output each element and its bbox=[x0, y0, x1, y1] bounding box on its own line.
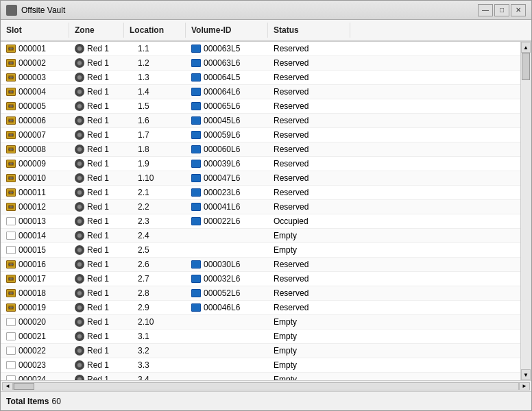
slot-cell: 000014 bbox=[1, 229, 69, 242]
horizontal-scrollbar[interactable]: ◄ ► bbox=[1, 380, 531, 391]
volume-icon bbox=[191, 275, 201, 283]
extra-cell bbox=[350, 344, 520, 358]
table-row[interactable]: 000012Red 12.2000041L6Reserved bbox=[1, 200, 520, 214]
table-row[interactable]: 000022Red 13.2Empty bbox=[1, 344, 520, 358]
svg-rect-74 bbox=[9, 292, 13, 294]
scroll-thumb[interactable] bbox=[522, 53, 530, 80]
app-icon bbox=[6, 5, 17, 16]
status-badge: Reserved bbox=[274, 116, 309, 125]
col-header-volume-id[interactable]: Volume-ID bbox=[186, 23, 268, 38]
col-header-location[interactable]: Location bbox=[124, 23, 186, 38]
col-header-status[interactable]: Status bbox=[268, 23, 350, 38]
scroll-left-button[interactable]: ◄ bbox=[2, 382, 13, 390]
table-row[interactable]: 000003Red 11.3000064L5Reserved bbox=[1, 71, 520, 85]
status-badge: Reserved bbox=[274, 188, 309, 197]
location-cell: 2.5 bbox=[124, 243, 186, 257]
svg-rect-54 bbox=[9, 192, 13, 193]
slot-number: 000001 bbox=[19, 44, 46, 53]
table-row[interactable]: 000010Red 11.10000047L6Reserved bbox=[1, 171, 520, 186]
table-row[interactable]: 000017Red 12.7000032L6Reserved bbox=[1, 272, 520, 286]
total-items-label: Total Items bbox=[6, 397, 49, 406]
zone-cell: Red 1 bbox=[69, 315, 124, 329]
table-row[interactable]: 000023Red 13.3Empty bbox=[1, 358, 520, 373]
table-row[interactable]: 000021Red 13.1Empty bbox=[1, 329, 520, 344]
table-row[interactable]: 000013Red 12.3000022L6Occupied bbox=[1, 214, 520, 229]
slot-cell: 000022 bbox=[1, 344, 69, 358]
zone-icon bbox=[75, 44, 84, 53]
minimize-button[interactable]: — bbox=[478, 4, 493, 16]
zone-icon bbox=[75, 73, 84, 82]
volume-icon bbox=[191, 131, 201, 139]
table-row[interactable]: 000001Red 11.1000063L5Reserved bbox=[1, 42, 520, 56]
col-header-zone[interactable]: Zone bbox=[69, 23, 124, 38]
extra-cell bbox=[350, 99, 520, 113]
volume-id-text: 000032L6 bbox=[204, 274, 240, 284]
close-button[interactable]: ✕ bbox=[511, 4, 526, 16]
scroll-track[interactable] bbox=[521, 53, 531, 369]
table-row[interactable]: 000018Red 12.8000052L6Reserved bbox=[1, 286, 520, 301]
zone-icon bbox=[75, 173, 84, 183]
vertical-scrollbar[interactable]: ▲ ▼ bbox=[520, 42, 531, 380]
zone-cell: Red 1 bbox=[69, 243, 124, 257]
location-cell: 3.1 bbox=[124, 329, 186, 343]
h-scroll-thumb[interactable] bbox=[14, 383, 34, 390]
zone-cell: Red 1 bbox=[69, 157, 124, 171]
status-cell: Reserved bbox=[268, 56, 350, 70]
status-badge: Reserved bbox=[274, 73, 309, 82]
volume-id-text: 000030L6 bbox=[204, 260, 240, 269]
table-row[interactable]: 000011Red 12.1000023L6Reserved bbox=[1, 186, 520, 200]
tape-icon bbox=[6, 203, 16, 211]
tape-icon bbox=[6, 59, 16, 67]
extra-cell bbox=[350, 42, 520, 55]
table-scroll-area[interactable]: 000001Red 11.1000063L5Reserved000002Red … bbox=[1, 42, 520, 380]
table-row[interactable]: 000007Red 11.7000059L6Reserved bbox=[1, 128, 520, 142]
table-row[interactable]: 000024Red 13.4Empty bbox=[1, 373, 520, 380]
table-row[interactable]: 000020Red 12.10Empty bbox=[1, 315, 520, 329]
volume-id-text: 000022L6 bbox=[204, 216, 240, 226]
zone-name: Red 1 bbox=[87, 360, 109, 370]
table-row[interactable]: 000009Red 11.9000039L6Reserved bbox=[1, 157, 520, 171]
volume-id-cell: 000052L6 bbox=[186, 286, 268, 300]
zone-icon bbox=[75, 188, 84, 197]
slot-cell: 000003 bbox=[1, 71, 69, 84]
slot-cell: 000023 bbox=[1, 358, 69, 372]
scroll-up-button[interactable]: ▲ bbox=[521, 42, 531, 53]
table-row[interactable]: 000019Red 12.9000046L6Reserved bbox=[1, 301, 520, 315]
content-area: Slot Zone Location Volume-ID Status 0000… bbox=[1, 20, 531, 410]
zone-name: Red 1 bbox=[87, 332, 109, 341]
slot-cell: 000019 bbox=[1, 301, 69, 314]
svg-rect-59 bbox=[9, 206, 13, 208]
zone-name: Red 1 bbox=[87, 44, 109, 53]
table-row[interactable]: 000002Red 11.2000063L6Reserved bbox=[1, 56, 520, 71]
scroll-down-button[interactable]: ▼ bbox=[521, 369, 531, 380]
slot-cell: 000005 bbox=[1, 99, 69, 113]
extra-cell bbox=[350, 315, 520, 329]
status-badge: Empty bbox=[274, 245, 297, 255]
col-header-slot[interactable]: Slot bbox=[1, 23, 69, 38]
status-cell: Reserved bbox=[268, 258, 350, 271]
table-row[interactable]: 000004Red 11.4000064L6Reserved bbox=[1, 85, 520, 99]
location-cell: 2.3 bbox=[124, 214, 186, 228]
maximize-button[interactable]: □ bbox=[494, 4, 509, 16]
zone-icon bbox=[75, 332, 84, 341]
scroll-right-button[interactable]: ► bbox=[519, 382, 530, 390]
location-cell: 3.2 bbox=[124, 344, 186, 358]
volume-icon bbox=[191, 289, 201, 297]
table-row[interactable]: 000005Red 11.5000065L6Reserved bbox=[1, 99, 520, 114]
zone-name: Red 1 bbox=[87, 58, 109, 68]
slot-cell: 000018 bbox=[1, 286, 69, 300]
slot-cell: 000010 bbox=[1, 171, 69, 185]
location-cell: 2.1 bbox=[124, 186, 186, 199]
volume-id-cell: 000063L5 bbox=[186, 42, 268, 55]
table-row[interactable]: 000006Red 11.6000045L6Reserved bbox=[1, 114, 520, 128]
h-scroll-track[interactable] bbox=[13, 382, 519, 390]
slot-number: 000013 bbox=[19, 216, 46, 226]
slot-number: 000012 bbox=[19, 202, 46, 212]
table-row[interactable]: 000014Red 12.4Empty bbox=[1, 229, 520, 243]
volume-id-cell: 000022L6 bbox=[186, 214, 268, 228]
table-row[interactable]: 000016Red 12.6000030L6Reserved bbox=[1, 258, 520, 272]
zone-icon bbox=[75, 346, 84, 356]
volume-id-text: 000065L6 bbox=[204, 101, 240, 111]
table-row[interactable]: 000015Red 12.5Empty bbox=[1, 243, 520, 258]
table-row[interactable]: 000008Red 11.8000060L6Reserved bbox=[1, 142, 520, 157]
